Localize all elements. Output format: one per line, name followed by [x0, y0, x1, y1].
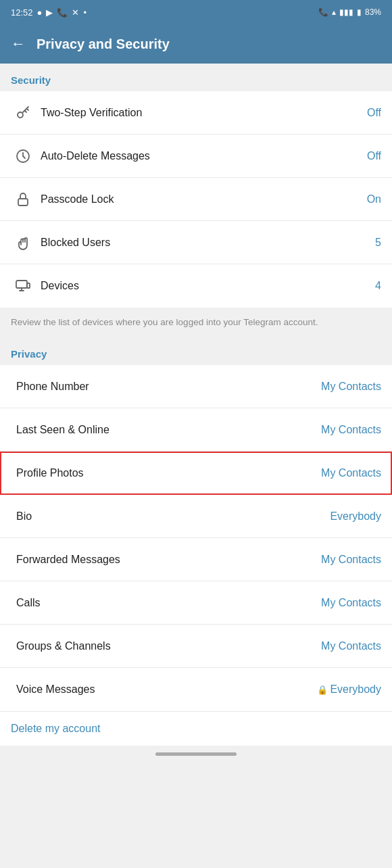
call-icon: 📞	[318, 7, 328, 17]
bottom-bar	[0, 746, 392, 767]
calls-label: Calls	[16, 597, 316, 609]
lock-icon	[11, 191, 35, 208]
svg-rect-4	[27, 283, 30, 288]
battery-icon: ▮	[357, 7, 362, 17]
delete-account-button[interactable]: Delete my account	[11, 723, 101, 734]
forwarded-messages-item[interactable]: Forwarded Messages My Contacts	[0, 538, 392, 581]
passcode-label: Passcode Lock	[41, 193, 362, 206]
wifi-icon: ▴	[332, 7, 336, 17]
x-icon: ✕	[72, 7, 79, 18]
profile-photos-label: Profile Photos	[16, 467, 316, 479]
devices-info-note: Review the list of devices where you are…	[0, 308, 392, 337]
clock-icon	[11, 148, 35, 164]
security-section-label: Security	[0, 64, 392, 91]
groups-value: My Contacts	[321, 640, 381, 652]
youtube-icon: ▶	[46, 7, 53, 18]
page-title: Privacy and Security	[36, 37, 170, 52]
calls-value: My Contacts	[321, 597, 381, 609]
two-step-label: Two-Step Verification	[41, 107, 362, 119]
two-step-verification-item[interactable]: Two-Step Verification Off	[0, 91, 392, 135]
svg-rect-2	[18, 199, 28, 206]
battery-level: 83%	[365, 7, 381, 17]
voice-messages-item[interactable]: Voice Messages 🔒Everybody	[0, 668, 392, 711]
forwarded-value: My Contacts	[321, 554, 381, 566]
phone-number-label: Phone Number	[16, 381, 316, 393]
groups-label: Groups & Channels	[16, 640, 316, 652]
phone-number-item[interactable]: Phone Number My Contacts	[0, 365, 392, 408]
privacy-section-label: Privacy	[0, 337, 392, 365]
privacy-settings-list: Phone Number My Contacts Last Seen & Onl…	[0, 365, 392, 711]
profile-photos-value: My Contacts	[321, 467, 381, 479]
status-time: 12:52	[11, 7, 33, 18]
passcode-lock-item[interactable]: Passcode Lock On	[0, 178, 392, 221]
devices-item[interactable]: Devices 4	[0, 264, 392, 308]
devices-value: 4	[375, 280, 381, 292]
blocked-users-value: 5	[375, 237, 381, 249]
bottom-home-indicator	[155, 752, 237, 756]
last-seen-value: My Contacts	[321, 424, 381, 436]
delete-account-section: Delete my account	[0, 711, 392, 746]
voice-lock-icon: 🔒	[317, 685, 328, 695]
auto-delete-item[interactable]: Auto-Delete Messages Off	[0, 135, 392, 178]
bio-item[interactable]: Bio Everybody	[0, 495, 392, 538]
bio-value: Everybody	[330, 510, 381, 523]
back-button[interactable]: ←	[11, 35, 26, 53]
calls-item[interactable]: Calls My Contacts	[0, 581, 392, 625]
profile-photos-item[interactable]: Profile Photos My Contacts	[0, 452, 392, 495]
two-step-value: Off	[367, 107, 381, 119]
signal-bars-icon: ▮▮▮	[339, 7, 353, 17]
voice-label: Voice Messages	[16, 683, 312, 696]
status-bar-right: 📞 ▴ ▮▮▮ ▮ 83%	[318, 7, 381, 17]
voice-value: 🔒Everybody	[317, 683, 381, 696]
last-seen-label: Last Seen & Online	[16, 424, 316, 436]
security-settings-list: Two-Step Verification Off Auto-Delete Me…	[0, 91, 392, 308]
header: ← Privacy and Security	[0, 24, 392, 64]
svg-point-0	[18, 112, 23, 118]
signal-icon: ●	[37, 7, 43, 18]
svg-rect-3	[16, 281, 27, 288]
whatsapp-icon: 📞	[57, 7, 68, 18]
status-bar-left: 12:52 ● ▶ 📞 ✕ •	[11, 7, 87, 18]
auto-delete-value: Off	[367, 150, 381, 162]
blocked-users-label: Blocked Users	[41, 237, 370, 249]
dot-icon: •	[83, 7, 87, 18]
status-bar: 12:52 ● ▶ 📞 ✕ • 📞 ▴ ▮▮▮ ▮ 83%	[0, 0, 392, 24]
bio-label: Bio	[16, 510, 324, 523]
forwarded-label: Forwarded Messages	[16, 554, 316, 566]
auto-delete-label: Auto-Delete Messages	[41, 150, 362, 162]
blocked-users-item[interactable]: Blocked Users 5	[0, 221, 392, 264]
key-icon	[11, 105, 35, 121]
monitor-icon	[11, 278, 35, 294]
passcode-value: On	[367, 193, 381, 206]
groups-channels-item[interactable]: Groups & Channels My Contacts	[0, 625, 392, 668]
phone-number-value: My Contacts	[321, 381, 381, 393]
hand-icon	[11, 235, 35, 251]
devices-label: Devices	[41, 280, 370, 292]
last-seen-item[interactable]: Last Seen & Online My Contacts	[0, 408, 392, 452]
